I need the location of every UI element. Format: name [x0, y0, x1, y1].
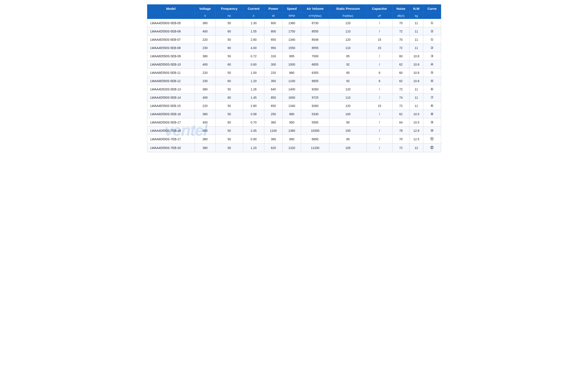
- cell-airvolume: 6655: [301, 60, 329, 69]
- cell-staticpressure: 92: [329, 60, 367, 69]
- cell-current: 1.26: [243, 85, 264, 94]
- cell-power: 350: [264, 77, 283, 85]
- cell-power: 640: [264, 85, 283, 94]
- cell-capacitor: /: [367, 110, 392, 118]
- cell-model: LWAA6D550S-5EB-09: [147, 52, 195, 60]
- cell-capacitor: /: [367, 85, 392, 94]
- cell-curve: ⑫: [423, 143, 441, 152]
- header-curve: Curve: [423, 5, 441, 13]
- cell-speed: 1320: [283, 143, 301, 152]
- cell-voltage: 220: [195, 102, 215, 110]
- cell-power: 950: [264, 44, 283, 52]
- table-row: LWAA6E550S-5EB-12230601.2035011006655926…: [147, 77, 441, 85]
- cell-voltage: 380: [195, 110, 215, 118]
- cell-nw: 12.5: [410, 135, 423, 143]
- cell-voltage: 400: [195, 27, 215, 36]
- cell-voltage: 220: [195, 69, 215, 77]
- cell-voltage: 380: [195, 52, 215, 60]
- cell-frequency: 50: [215, 52, 243, 60]
- cell-current: 1.00: [243, 69, 264, 77]
- cell-nw: 10.8: [410, 52, 423, 60]
- cell-capacitor: /: [367, 143, 392, 152]
- cell-voltage: 230: [195, 44, 215, 52]
- unit-noise: dB(A): [392, 13, 410, 19]
- cell-airvolume: 9260: [301, 102, 329, 110]
- cell-model: LWAA4D550S-5EB-05: [147, 19, 195, 27]
- header-current: Current: [243, 5, 264, 13]
- cell-frequency: 60: [215, 118, 243, 127]
- cell-capacitor: /: [367, 27, 392, 36]
- table-row: LWAA4D550S-7EB-18380502.4511001360103001…: [147, 127, 441, 135]
- cell-nw: 10.8: [410, 77, 423, 85]
- cell-current: 0.90: [243, 135, 264, 143]
- cell-airvolume: 6355: [301, 69, 329, 77]
- unit-power: W: [264, 13, 283, 19]
- cell-voltage: 400: [195, 60, 215, 69]
- cell-power: 600: [264, 19, 283, 27]
- cell-curve: ⑦: [423, 94, 441, 102]
- cell-speed: 1340: [283, 102, 301, 110]
- cell-curve: ④: [423, 77, 441, 85]
- cell-current: 4.00: [243, 44, 264, 52]
- unit-speed: RPM: [283, 13, 301, 19]
- unit-frequency: Hz: [215, 13, 243, 19]
- cell-speed: 880: [283, 110, 301, 118]
- cell-model: LWAA6D550S-5EB-17: [147, 118, 195, 127]
- cell-current: 2.80: [243, 36, 264, 44]
- cell-frequency: 60: [215, 77, 243, 85]
- cell-capacitor: /: [367, 135, 392, 143]
- cell-voltage: 380: [195, 143, 215, 152]
- cell-model: LWAA4E550S-5EB-08: [147, 44, 195, 52]
- cell-airvolume: 8730: [301, 19, 329, 27]
- cell-noise: 72: [392, 143, 410, 152]
- table-row: LWAA4D550S-5EB-05380501.3060013608730120…: [147, 19, 441, 27]
- cell-speed: 950: [283, 118, 301, 127]
- header-n.w: N.W: [410, 5, 423, 13]
- cell-speed: 1360: [283, 127, 301, 135]
- cell-capacitor: /: [367, 94, 392, 102]
- cell-airvolume: 6850: [301, 135, 329, 143]
- cell-power: 850: [264, 94, 283, 102]
- cell-voltage: 380: [195, 19, 215, 27]
- cell-power: 360: [264, 118, 283, 127]
- cell-nw: 10.5: [410, 118, 423, 127]
- header-capacitor: Capacitor: [367, 5, 392, 13]
- cell-nw: 12.8: [410, 127, 423, 135]
- cell-capacitor: 15: [367, 44, 392, 52]
- cell-staticpressure: 110: [329, 44, 367, 52]
- cell-curve: ⑥: [423, 85, 441, 94]
- header-voltage: Voltage: [195, 5, 215, 13]
- cell-frequency: 50: [215, 110, 243, 118]
- cell-current: 1.20: [243, 143, 264, 152]
- cell-airvolume: 9260: [301, 85, 329, 94]
- cell-power: 650: [264, 102, 283, 110]
- cell-speed: 1100: [283, 77, 301, 85]
- cell-noise: 72: [392, 85, 410, 94]
- cell-airvolume: 10300: [301, 127, 329, 135]
- cell-power: 220: [264, 69, 283, 77]
- cell-current: 0.72: [243, 52, 264, 60]
- cell-model: LWAA4D550S-7EB-18: [147, 127, 195, 135]
- cell-speed: 890: [283, 135, 301, 143]
- cell-airvolume: 7000: [301, 52, 329, 60]
- table-row: LWAA6E550S-5EB-11220501.0022088063558566…: [147, 69, 441, 77]
- cell-curve: ⑧: [423, 110, 441, 118]
- cell-current: 0.60: [243, 60, 264, 69]
- header-static-pressure: Static Pressure: [329, 5, 367, 13]
- cell-noise: 70: [392, 19, 410, 27]
- cell-frequency: 50: [215, 19, 243, 27]
- table-row: LWAA6D550S-5EB-16380500.582508805330100/…: [147, 110, 441, 118]
- cell-nw: 11: [410, 85, 423, 94]
- data-table: ModelVoltageFrequencyCurrentPowerSpeedAi…: [147, 4, 441, 152]
- cell-curve: ②: [423, 44, 441, 52]
- cell-capacitor: 15: [367, 102, 392, 110]
- cell-staticpressure: 110: [329, 27, 367, 36]
- header-power: Power: [264, 5, 283, 13]
- cell-curve: ⑨: [423, 118, 441, 127]
- cell-voltage: 380: [195, 135, 215, 143]
- cell-speed: 1000: [283, 60, 301, 69]
- cell-model: LWAA4D550S-7EB-20: [147, 143, 195, 152]
- cell-curve: ⑩: [423, 127, 441, 135]
- cell-staticpressure: 120: [329, 85, 367, 94]
- table-row: LWAA4E550S-5EB-07220502.8065013408546120…: [147, 36, 441, 44]
